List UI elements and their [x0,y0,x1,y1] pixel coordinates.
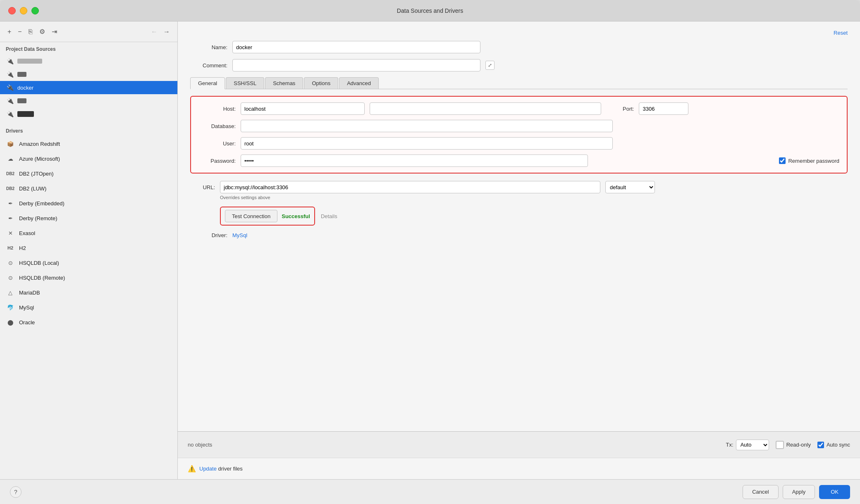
url-input[interactable] [220,181,600,193]
tab-ssh-ssl[interactable]: SSH/SSL [226,77,264,89]
password-row: Password: Remember password [198,155,839,167]
db2jt-label: DB2 (JTOpen) [19,171,54,177]
sidebar-item-4[interactable]: 🔌 [0,107,177,121]
url-scheme-select[interactable]: default [605,181,655,193]
hsqldb-remote-label: HSQLDB (Remote) [19,275,65,281]
autosync-label: Auto sync [827,442,850,448]
hsqldb-local-label: HSQLDB (Local) [19,260,59,266]
bottom-buttons: ? Cancel Apply OK [0,479,860,504]
sidebar-item-docker-label: docker [17,85,33,91]
item-icon-docker: 🔌 [6,83,14,92]
derby-embedded-icon: ✒ [6,199,15,208]
drivers-header: Drivers [0,124,177,136]
database-input[interactable] [241,120,613,132]
password-input[interactable] [241,155,588,167]
user-input[interactable] [241,137,613,150]
help-button[interactable]: ? [10,486,22,498]
driver-derby-embedded[interactable]: ✒ Derby (Embedded) [0,196,177,211]
details-link[interactable]: Details [321,213,337,219]
cancel-button[interactable]: Cancel [743,485,778,499]
derby-remote-label: Derby (Remote) [19,215,57,221]
host-input[interactable] [241,102,365,115]
oracle-icon: ⬤ [6,318,15,327]
test-highlight: Test Connection Successful [220,207,315,226]
tx-area: Tx: Auto [726,440,769,450]
exasol-icon: ✕ [6,228,15,238]
driver-hsqldb-local[interactable]: ⊙ HSQLDB (Local) [0,255,177,270]
driver-oracle[interactable]: ⬤ Oracle [0,315,177,330]
database-label: Database: [198,123,236,129]
tab-advanced[interactable]: Advanced [339,77,379,89]
remember-password-checkbox[interactable] [779,157,786,164]
autosync-checkbox[interactable] [817,442,824,448]
tab-schemas[interactable]: Schemas [265,77,303,89]
azure-icon: ☁ [6,154,15,163]
item-label-2 [17,72,26,77]
driver-derby-remote[interactable]: ✒ Derby (Remote) [0,211,177,226]
tab-general[interactable]: General [190,77,225,89]
sidebar-item-2[interactable]: 🔌 [0,68,177,81]
test-area: Test Connection Successful Details [220,207,848,226]
close-button[interactable] [8,7,16,14]
reset-button[interactable]: Reset [834,30,848,36]
item-icon-4: 🔌 [6,110,14,118]
remove-button[interactable]: − [16,27,23,36]
form-area: Reset Name: Comment: ⤢ General SSH/SSL [178,21,860,431]
driver-h2[interactable]: H2 H2 [0,240,177,255]
host-row: Host: Port: [198,102,839,115]
maximize-button[interactable] [31,7,39,14]
host-extra-input[interactable] [370,102,601,115]
readonly-area: Read-only [776,441,811,449]
db2jt-icon: DB2 [6,169,15,178]
driver-mysql[interactable]: 🐬 MySql [0,300,177,315]
readonly-checkbox[interactable] [776,441,784,449]
driver-azure[interactable]: ☁ Azure (Microsoft) [0,151,177,166]
driver-exasol[interactable]: ✕ Exasol [0,226,177,240]
driver-amazon-redshift[interactable]: 📦 Amazon Redshift [0,136,177,151]
apply-button[interactable]: Apply [783,485,815,499]
warning-bar: ⚠️ Update driver files [178,458,860,479]
settings-button[interactable]: ⚙ [38,27,47,36]
tab-options[interactable]: Options [304,77,338,89]
warning-message: Update driver files [199,466,243,472]
title-bar: Data Sources and Drivers [0,0,860,21]
driver-db2-luw[interactable]: DB2 DB2 (LUW) [0,181,177,196]
expand-comment-button[interactable]: ⤢ [485,61,494,70]
copy-button[interactable]: ⎘ [27,27,34,36]
test-connection-button[interactable]: Test Connection [225,210,277,222]
driver-mariadb[interactable]: △ MariaDB [0,285,177,300]
autosync-area: Auto sync [817,442,850,448]
item-icon-1: 🔌 [6,57,14,65]
back-button[interactable]: ← [149,27,159,36]
h2-icon: H2 [6,243,15,252]
driver-db2-jt[interactable]: DB2 DB2 (JTOpen) [0,166,177,181]
amazon-redshift-icon: 📦 [6,139,15,148]
comment-input[interactable] [232,59,480,71]
overrides-text: Overrides settings above [220,195,848,200]
name-input[interactable] [232,41,480,53]
port-input[interactable] [639,102,688,115]
azure-label: Azure (Microsoft) [19,156,60,162]
host-label: Host: [198,106,236,112]
no-objects-text: no objects [188,442,212,448]
driver-label: Driver: [190,232,227,238]
ok-button[interactable]: OK [819,485,850,499]
driver-hsqldb-remote[interactable]: ⊙ HSQLDB (Remote) [0,270,177,285]
import-button[interactable]: ⇥ [50,27,59,36]
successful-text: Successful [282,213,310,219]
drivers-section: Drivers 📦 Amazon Redshift ☁ Azure (Micro… [0,124,177,330]
forward-button[interactable]: → [162,27,172,36]
item-icon-3: 🔌 [6,97,14,105]
minimize-button[interactable] [20,7,27,14]
window-title: Data Sources and Drivers [397,7,463,14]
driver-link[interactable]: MySql [232,232,247,238]
sidebar-item-3[interactable]: 🔌 [0,94,177,107]
update-link[interactable]: Update [199,466,217,472]
item-label-3 [17,98,26,103]
sidebar-item-docker[interactable]: 🔌 docker [0,81,177,94]
project-datasources-header: Project Data Sources [0,42,177,55]
add-button[interactable]: + [6,27,13,36]
tx-select[interactable]: Auto [736,440,769,450]
driver-row: Driver: MySql [190,232,848,238]
sidebar-item-1[interactable]: 🔌 [0,55,177,68]
